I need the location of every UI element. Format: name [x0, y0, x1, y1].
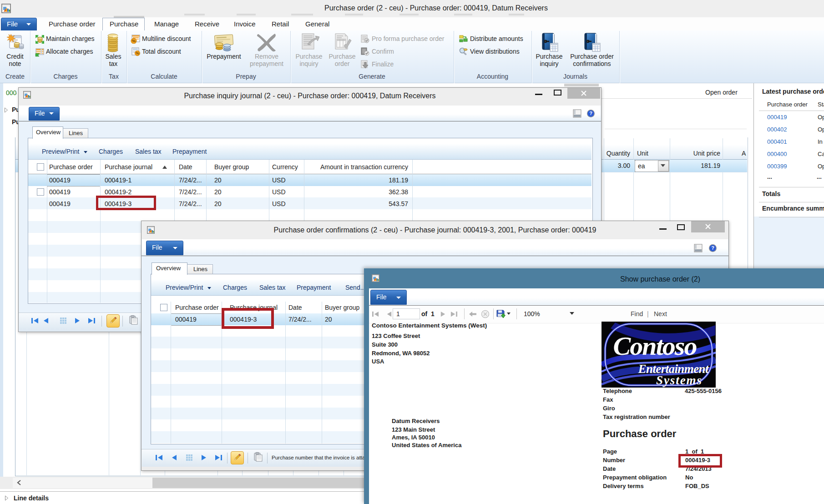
- svg-text:%: %: [136, 51, 139, 55]
- svg-text:Systems: Systems: [656, 373, 702, 387]
- svg-text:%: %: [132, 39, 136, 43]
- svg-text:?: ?: [711, 245, 714, 251]
- svg-text:?: ?: [589, 111, 592, 116]
- svg-text:Contoso: Contoso: [613, 331, 698, 361]
